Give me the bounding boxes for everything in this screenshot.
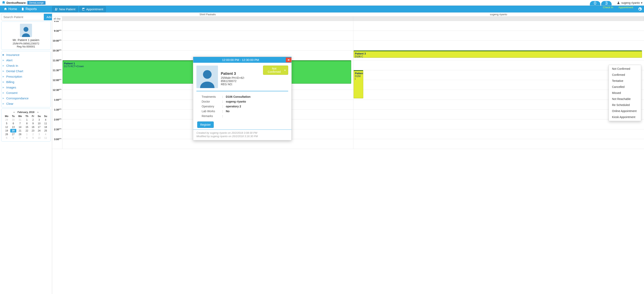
cal-day[interactable]: 13	[10, 125, 16, 129]
cal-day[interactable]: 29	[3, 118, 10, 122]
allday-cell-1[interactable]	[353, 16, 644, 21]
triangle-icon: ▶	[2, 64, 4, 67]
menu-item-alert[interactable]: ▶Alert	[2, 57, 50, 63]
cal-day[interactable]: 19	[3, 129, 10, 133]
status-option-kiosk-appointment[interactable]: Kiosk Appointment	[609, 114, 641, 120]
cal-day[interactable]: 4	[42, 133, 49, 136]
appointment-button[interactable]: Appointment	[79, 6, 106, 12]
appointment-block[interactable]: PatientD150 I	[354, 70, 363, 98]
menu-label: Alert	[6, 58, 12, 62]
cal-day[interactable]: 2	[30, 133, 36, 136]
cal-day[interactable]: 28	[16, 133, 24, 136]
cal-day[interactable]: 8	[24, 136, 30, 140]
advanced-search-button[interactable]: Adv	[44, 14, 52, 20]
register-button[interactable]: Register	[197, 121, 214, 128]
user-menu[interactable]: sugeng riyanto ▾	[617, 1, 642, 4]
svg-point-3	[203, 70, 212, 79]
popup-close-button[interactable]	[286, 57, 292, 62]
appointment-block[interactable]: Patient 3D106 C	[354, 50, 642, 58]
modified-by: Modified by sugeng riyanto on 20/2/2018 …	[196, 135, 288, 138]
cal-day[interactable]: 4	[42, 118, 49, 122]
popup-avatar	[196, 65, 218, 88]
cal-day[interactable]: 10	[36, 136, 42, 140]
status-option-tentative[interactable]: Tentative	[609, 78, 641, 84]
settings-button[interactable]	[638, 7, 642, 11]
cal-day[interactable]: 5	[3, 136, 10, 140]
cal-dayhead: Th	[24, 114, 30, 118]
allday-cell-0[interactable]	[62, 16, 353, 21]
cal-day[interactable]: 2	[30, 118, 36, 122]
cal-day[interactable]: 31	[16, 118, 24, 122]
status-option-missed[interactable]: Missed	[609, 90, 641, 96]
menu-item-check-in[interactable]: ▶Check In	[2, 63, 50, 68]
checkin-stat[interactable]: 0	[590, 1, 600, 5]
cal-day[interactable]: 5	[3, 122, 10, 125]
cal-day[interactable]: 9	[30, 136, 36, 140]
cal-day[interactable]: 7	[16, 122, 24, 125]
new-patient-button[interactable]: New Patient	[52, 6, 78, 12]
cal-day[interactable]: 16	[30, 125, 36, 129]
search-input[interactable]	[1, 14, 44, 20]
cal-day[interactable]: 10	[36, 122, 42, 125]
menu-item-corrospondance[interactable]: ▶Corrospondance	[2, 95, 50, 101]
cal-next[interactable]: »	[37, 111, 39, 114]
cal-day[interactable]: 12	[3, 125, 10, 129]
home-link[interactable]: Home	[2, 6, 19, 12]
cal-day[interactable]: 22	[24, 129, 30, 133]
cal-day[interactable]: 17	[36, 125, 42, 129]
menu-item-insurance[interactable]: ▶Insurance	[2, 52, 50, 57]
sidebar-menu: ▶Insurance▶Alert▶Check In▶Dental Chart▶P…	[1, 51, 51, 107]
menu-item-images[interactable]: ▶Images	[2, 85, 50, 90]
menu-item-prescription[interactable]: ▶Prescription	[2, 74, 50, 79]
status-dropdown-button[interactable]: Not Confirmed ▼	[263, 65, 288, 75]
sidebar: Adv Mr. Patient 1 pasien 25/M-Ph:0856123…	[0, 12, 52, 294]
cal-day[interactable]: 6	[10, 136, 16, 140]
menu-item-dental-chart[interactable]: ▶Dental Chart	[2, 68, 50, 74]
status-option-confirmed[interactable]: Confirmed	[609, 72, 641, 78]
cal-day[interactable]: 30	[10, 118, 16, 122]
cal-day[interactable]: 15	[24, 125, 30, 129]
status-option-cancelled[interactable]: Cancelled	[609, 84, 641, 90]
time-label: 12:00pm	[52, 78, 62, 88]
cal-day[interactable]: 9	[30, 122, 36, 125]
cal-day[interactable]: 11	[42, 122, 49, 125]
cal-day[interactable]: 7	[16, 136, 24, 140]
cal-day[interactable]: 11	[42, 136, 49, 140]
cal-day[interactable]: 24	[36, 129, 42, 133]
cal-day[interactable]: 6	[10, 122, 16, 125]
reports-link[interactable]: Reports	[19, 6, 39, 12]
cal-dayhead: We	[16, 114, 24, 118]
cal-day[interactable]: 14	[16, 125, 24, 129]
cal-day[interactable]: 1	[24, 133, 30, 136]
status-option-online-appointment[interactable]: Online Appointment	[609, 108, 641, 114]
cal-day[interactable]: 3	[36, 133, 42, 136]
menu-item-consent[interactable]: ▶Consent	[2, 90, 50, 95]
status-option-not-reachable[interactable]: Not Reachable	[609, 96, 641, 102]
popup-time: 12:00:00 PM - 12:30:00 PM	[195, 58, 286, 61]
status-option-re-scheduled[interactable]: Re Scheduled	[609, 102, 641, 108]
menu-item-clear[interactable]: ▶Clear	[2, 101, 50, 106]
detail-key: Doctor	[200, 99, 220, 104]
detail-value	[224, 114, 252, 118]
cal-day[interactable]: 25	[42, 129, 49, 133]
triangle-icon: ▶	[2, 102, 4, 105]
user-plus-icon	[55, 7, 58, 11]
cal-day[interactable]: 27	[10, 133, 16, 136]
cal-day[interactable]: 8	[24, 122, 30, 125]
user-icon	[617, 1, 620, 4]
cal-day[interactable]: 26	[3, 133, 10, 136]
menu-item-billing[interactable]: ▶Billing	[2, 79, 50, 85]
cal-prev[interactable]: «	[13, 111, 15, 114]
cal-day[interactable]: 18	[42, 125, 49, 129]
cal-day[interactable]: 23	[30, 129, 36, 133]
caret-down-icon: ▼	[284, 69, 286, 71]
cal-day[interactable]: 1	[24, 118, 30, 122]
patient-card[interactable]: Mr. Patient 1 pasien 25/M-Ph:08561230072…	[1, 21, 51, 50]
time-label: 10:00am	[52, 39, 62, 49]
appointment-stat[interactable]: 3	[601, 1, 612, 5]
cal-day[interactable]: 3	[36, 118, 42, 122]
menu-label: Consent	[6, 91, 18, 94]
cal-day[interactable]: 20	[10, 129, 16, 133]
status-option-not-confirmed[interactable]: Not Confirmed	[609, 66, 641, 72]
cal-day[interactable]: 21	[16, 129, 24, 133]
